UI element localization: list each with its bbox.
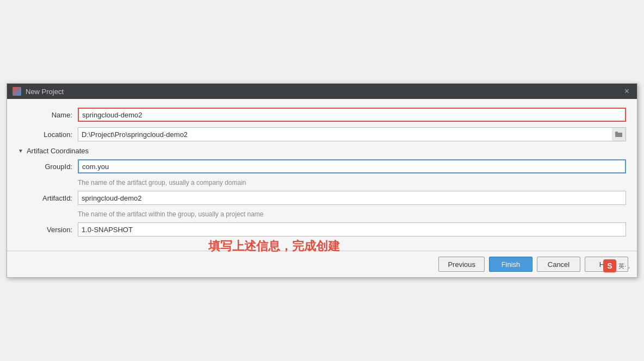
name-label: Name: <box>18 111 78 119</box>
svg-rect-0 <box>615 133 622 137</box>
collapse-arrow-icon[interactable]: ▼ <box>18 148 23 154</box>
location-row: Location: <box>18 127 626 141</box>
artifactid-input[interactable] <box>78 191 626 205</box>
location-label: Location: <box>18 130 78 139</box>
previous-button[interactable]: Previous <box>438 257 485 272</box>
groupid-help: The name of the artifact group, usually … <box>78 179 626 186</box>
version-input[interactable] <box>78 222 626 236</box>
dialog-icon <box>13 87 21 96</box>
location-input[interactable] <box>78 127 626 141</box>
close-button[interactable]: × <box>622 87 631 96</box>
artifactid-help: The name of the artifact within the grou… <box>78 210 626 218</box>
artifact-header: ▼ Artifact Coordinates <box>18 147 626 155</box>
groupid-label: GroupId: <box>18 163 78 171</box>
name-row: Name: <box>18 108 626 122</box>
groupid-row: GroupId: <box>18 159 626 173</box>
artifactid-row: ArtifactId: <box>18 191 626 205</box>
title-bar: New Project × <box>7 84 637 99</box>
artifact-content: GroupId: The name of the artifact group,… <box>18 159 626 236</box>
new-project-dialog: New Project × Name: Location: <box>7 83 637 278</box>
finish-button[interactable]: Finish <box>489 257 532 272</box>
artifactid-label: ArtifactId: <box>18 194 78 202</box>
artifact-section: ▼ Artifact Coordinates GroupId: The name… <box>18 147 626 236</box>
browse-folder-button[interactable] <box>612 127 626 141</box>
location-input-wrapper <box>78 127 626 141</box>
name-input[interactable] <box>78 108 626 122</box>
dialog-footer: Previous Finish Cancel Help <box>7 251 637 277</box>
version-label: Version: <box>18 226 78 234</box>
artifact-header-label: Artifact Coordinates <box>27 147 89 155</box>
dialog-body: Name: Location: <box>7 99 637 251</box>
watermark: S 英·， <box>603 259 632 272</box>
watermark-logo: S <box>603 259 616 272</box>
groupid-input[interactable] <box>78 159 626 173</box>
svg-rect-1 <box>615 132 618 133</box>
version-row: Version: <box>18 222 626 236</box>
cancel-button[interactable]: Cancel <box>537 257 580 272</box>
watermark-letter: S <box>607 262 612 270</box>
watermark-text: 英·， <box>618 262 632 270</box>
dialog-title: New Project <box>26 88 618 96</box>
